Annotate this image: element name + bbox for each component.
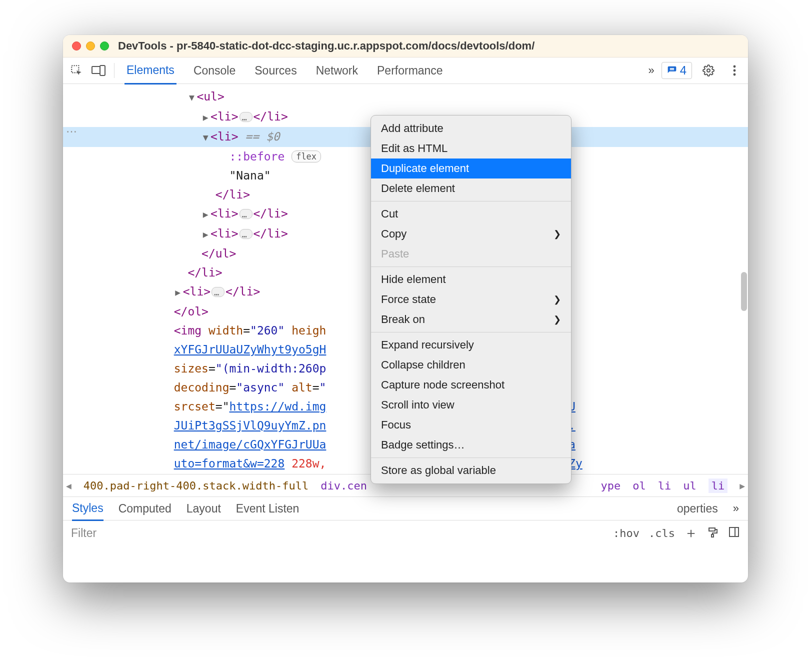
tab-sources[interactable]: Sources xyxy=(252,58,298,84)
crumb[interactable]: li xyxy=(658,480,672,492)
ellipsis-icon[interactable] xyxy=(240,112,252,122)
tab-console[interactable]: Console xyxy=(192,58,238,84)
ellipsis-icon[interactable] xyxy=(240,229,252,239)
subtab-styles[interactable]: Styles xyxy=(72,502,104,521)
chevron-right-icon: ❯ xyxy=(554,228,561,240)
menu-store-as-global[interactable]: Store as global variable xyxy=(371,460,571,480)
crumb[interactable]: div.cen xyxy=(320,480,367,492)
menu-separator xyxy=(371,458,571,458)
chevron-right-icon[interactable]: ▶ xyxy=(740,480,745,491)
devtools-window: DevTools - pr-5840-static-dot-dcc-stagin… xyxy=(63,35,748,582)
subtab-properties[interactable]: operties xyxy=(677,502,718,516)
menu-expand-recursively[interactable]: Expand recursively xyxy=(371,335,571,355)
toolbar-separator xyxy=(114,63,114,78)
svg-rect-8 xyxy=(730,528,738,536)
svg-point-5 xyxy=(734,70,736,72)
crumb[interactable]: ol xyxy=(632,480,646,492)
window-titlebar: DevTools - pr-5840-static-dot-dcc-stagin… xyxy=(63,35,748,58)
tab-network[interactable]: Network xyxy=(314,58,360,84)
more-tabs-icon[interactable]: » xyxy=(648,64,654,77)
svg-point-4 xyxy=(734,66,736,68)
chevron-right-icon: ❯ xyxy=(554,294,561,305)
more-subtabs-icon[interactable]: » xyxy=(733,502,739,515)
filter-input[interactable]: Filter xyxy=(71,526,96,540)
menu-hide-element[interactable]: Hide element xyxy=(371,270,571,290)
flex-badge[interactable]: flex xyxy=(292,150,321,162)
tree-row[interactable]: ▼<ul> xyxy=(63,87,748,107)
gutter-dots-icon[interactable]: ⋯ xyxy=(66,125,78,138)
menu-delete-element[interactable]: Delete element xyxy=(371,178,571,198)
context-menu: Add attribute Edit as HTML Duplicate ele… xyxy=(370,115,572,484)
menu-collapse-children[interactable]: Collapse children xyxy=(371,355,571,375)
crumb[interactable]: ype xyxy=(600,480,620,492)
menu-edit-as-html[interactable]: Edit as HTML xyxy=(371,138,571,158)
zoom-icon[interactable] xyxy=(100,42,109,50)
device-toggle-icon[interactable] xyxy=(89,61,108,80)
window-title: DevTools - pr-5840-static-dot-dcc-stagin… xyxy=(118,40,534,52)
minimize-icon[interactable] xyxy=(86,42,95,50)
kebab-menu-icon[interactable] xyxy=(725,61,744,80)
crumb[interactable]: ul xyxy=(683,480,696,492)
menu-separator xyxy=(371,201,571,202)
new-style-rule-icon[interactable]: ＋ xyxy=(684,524,698,542)
issues-count: 4 xyxy=(680,64,686,78)
menu-scroll-into-view[interactable]: Scroll into view xyxy=(371,395,571,415)
styles-filter-bar: Filter :hov .cls ＋ xyxy=(63,520,748,546)
svg-rect-7 xyxy=(712,534,714,537)
chevron-left-icon[interactable]: ◀ xyxy=(66,480,72,491)
computed-panel-icon[interactable] xyxy=(728,526,740,540)
menu-duplicate-element[interactable]: Duplicate element xyxy=(371,158,571,178)
menu-capture-screenshot[interactable]: Capture node screenshot xyxy=(371,375,571,395)
subtab-layout[interactable]: Layout xyxy=(186,502,221,516)
styles-subtabs: Styles Computed Layout Event Listen oper… xyxy=(63,496,748,520)
menu-separator xyxy=(371,332,571,332)
menu-badge-settings[interactable]: Badge settings… xyxy=(371,435,571,455)
svg-point-3 xyxy=(707,69,710,72)
crumb[interactable]: 400.pad-right-400.stack.width-full xyxy=(84,480,308,492)
svg-rect-2 xyxy=(100,66,105,76)
menu-copy[interactable]: Copy❯ xyxy=(371,224,571,244)
panel-tabs: Elements Console Sources Network Perform… xyxy=(124,58,445,84)
tab-elements[interactable]: Elements xyxy=(124,58,176,84)
svg-point-6 xyxy=(734,74,736,76)
menu-cut[interactable]: Cut xyxy=(371,204,571,224)
traffic-lights xyxy=(72,42,109,50)
paint-icon[interactable] xyxy=(707,526,719,540)
menu-add-attribute[interactable]: Add attribute xyxy=(371,118,571,138)
hov-toggle[interactable]: :hov xyxy=(613,527,640,540)
inspect-icon[interactable] xyxy=(67,61,86,80)
main-toolbar: Elements Console Sources Network Perform… xyxy=(63,58,748,84)
ellipsis-icon[interactable] xyxy=(240,209,252,219)
cls-toggle[interactable]: .cls xyxy=(648,527,675,540)
menu-focus[interactable]: Focus xyxy=(371,415,571,435)
scrollbar-thumb[interactable] xyxy=(741,272,747,311)
subtab-computed[interactable]: Computed xyxy=(118,502,172,516)
chevron-right-icon: ❯ xyxy=(554,314,561,325)
subtab-event-listeners[interactable]: Event Listen xyxy=(236,502,300,516)
settings-icon[interactable] xyxy=(699,61,718,80)
crumb-selected[interactable]: li xyxy=(708,478,728,493)
close-icon[interactable] xyxy=(72,42,81,50)
menu-paste: Paste xyxy=(371,244,571,264)
ellipsis-icon[interactable] xyxy=(212,287,224,297)
menu-force-state[interactable]: Force state❯ xyxy=(371,290,571,310)
menu-break-on[interactable]: Break on❯ xyxy=(371,310,571,330)
tab-performance[interactable]: Performance xyxy=(375,58,445,84)
menu-separator xyxy=(371,266,571,267)
issues-button[interactable]: 4 xyxy=(662,62,692,79)
